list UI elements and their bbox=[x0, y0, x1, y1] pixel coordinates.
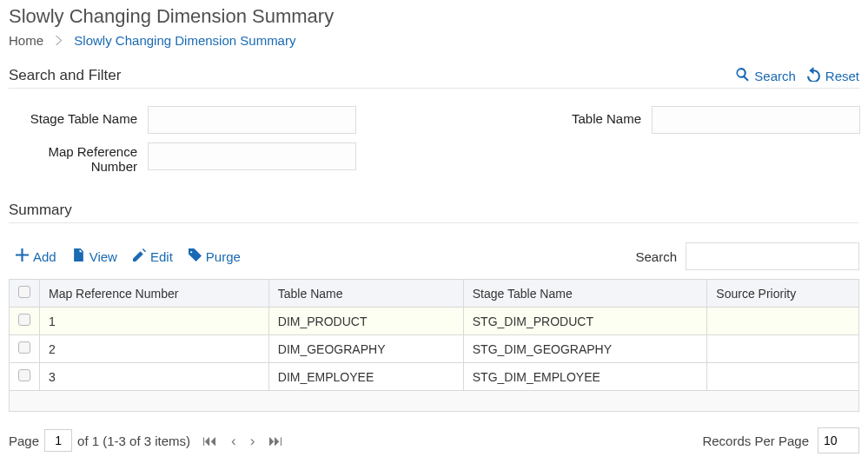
view-button[interactable]: View bbox=[72, 248, 117, 264]
add-button[interactable]: Add bbox=[16, 248, 56, 264]
pager-next-icon[interactable]: › bbox=[250, 434, 255, 448]
cell-source-priority bbox=[707, 363, 859, 391]
table-name-label: Table Name bbox=[547, 106, 652, 126]
purge-button-label: Purge bbox=[206, 249, 241, 264]
map-ref-input[interactable] bbox=[148, 142, 356, 170]
grid-search-input[interactable] bbox=[686, 242, 859, 270]
cell-stage-table: STG_DIM_PRODUCT bbox=[463, 308, 707, 335]
cell-stage-table: STG_DIM_EMPLOYEE bbox=[463, 363, 707, 391]
page-of-text: of 1 (1-3 of 3 items) bbox=[77, 434, 190, 448]
cell-source-priority bbox=[707, 335, 859, 363]
stage-table-input[interactable] bbox=[148, 106, 356, 134]
table-name-input[interactable] bbox=[652, 106, 860, 134]
pager-first-icon[interactable]: ⏮ bbox=[202, 434, 217, 448]
purge-button[interactable]: Purge bbox=[189, 248, 241, 264]
cell-map-ref: 2 bbox=[40, 335, 269, 363]
page-title: Slowly Changing Dimension Summary bbox=[9, 5, 859, 28]
reset-button-label: Reset bbox=[825, 69, 859, 83]
chevron-right-icon bbox=[56, 33, 62, 48]
cell-table-name: DIM_EMPLOYEE bbox=[268, 363, 463, 391]
edit-button-label: Edit bbox=[150, 249, 173, 264]
reset-button[interactable]: Reset bbox=[806, 67, 859, 84]
cell-stage-table: STG_DIM_GEOGRAPHY bbox=[463, 335, 707, 363]
col-map-ref[interactable]: Map Reference Number bbox=[40, 280, 269, 308]
stage-table-label: Stage Table Name bbox=[9, 106, 148, 126]
table-row[interactable]: 1 DIM_PRODUCT STG_DIM_PRODUCT bbox=[10, 308, 859, 335]
cell-map-ref: 1 bbox=[40, 308, 269, 335]
row-checkbox[interactable] bbox=[18, 341, 30, 354]
tag-icon bbox=[189, 248, 202, 264]
col-table-name[interactable]: Table Name bbox=[268, 280, 463, 308]
search-filter-heading: Search and Filter bbox=[9, 67, 121, 84]
breadcrumb: Home Slowly Changing Dimension Summary bbox=[9, 33, 859, 48]
col-stage-table[interactable]: Stage Table Name bbox=[463, 280, 707, 308]
summary-table: Map Reference Number Table Name Stage Ta… bbox=[9, 279, 859, 412]
edit-button[interactable]: Edit bbox=[133, 248, 173, 264]
records-per-page-label: Records Per Page bbox=[702, 434, 809, 448]
breadcrumb-home[interactable]: Home bbox=[9, 33, 43, 48]
summary-heading: Summary bbox=[9, 202, 859, 223]
page-number-input[interactable] bbox=[44, 429, 72, 452]
pencil-icon bbox=[133, 248, 146, 264]
cell-source-priority bbox=[707, 308, 859, 335]
map-ref-label: Map Reference Number bbox=[9, 142, 148, 174]
pager-prev-icon[interactable]: ‹ bbox=[231, 434, 236, 448]
grid-search-label: Search bbox=[635, 249, 677, 264]
search-button-label: Search bbox=[754, 69, 796, 83]
plus-icon bbox=[16, 248, 29, 264]
add-button-label: Add bbox=[33, 249, 56, 264]
cell-table-name: DIM_GEOGRAPHY bbox=[268, 335, 463, 363]
search-button[interactable]: Search bbox=[735, 67, 796, 84]
search-icon bbox=[735, 67, 750, 84]
col-source-priority[interactable]: Source Priority bbox=[707, 280, 859, 308]
row-checkbox[interactable] bbox=[18, 314, 30, 326]
cell-table-name: DIM_PRODUCT bbox=[268, 308, 463, 335]
breadcrumb-current[interactable]: Slowly Changing Dimension Summary bbox=[74, 33, 295, 48]
file-icon bbox=[72, 248, 85, 264]
table-row[interactable]: 2 DIM_GEOGRAPHY STG_DIM_GEOGRAPHY bbox=[10, 335, 859, 363]
row-checkbox[interactable] bbox=[18, 369, 30, 381]
table-row-empty bbox=[10, 391, 859, 412]
pager-last-icon[interactable]: ⏭ bbox=[268, 434, 283, 448]
cell-map-ref: 3 bbox=[40, 363, 269, 391]
select-all-checkbox[interactable] bbox=[18, 286, 30, 298]
page-label: Page bbox=[9, 434, 39, 448]
view-button-label: View bbox=[89, 249, 117, 264]
undo-icon bbox=[806, 67, 821, 84]
records-per-page-input[interactable] bbox=[818, 427, 859, 453]
table-row[interactable]: 3 DIM_EMPLOYEE STG_DIM_EMPLOYEE bbox=[10, 363, 859, 391]
